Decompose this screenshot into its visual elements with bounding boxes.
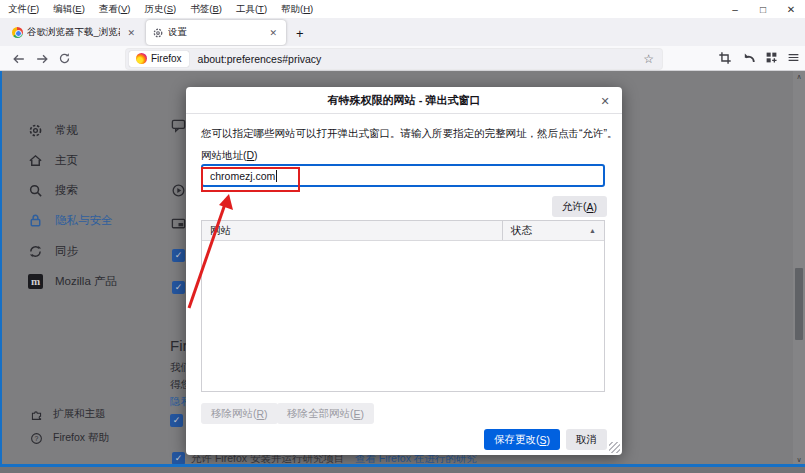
page-scrollbar[interactable]: ∧ ∨ (793, 71, 805, 473)
tab-close-icon[interactable]: ✕ (266, 27, 280, 39)
back-button[interactable] (10, 50, 27, 67)
window-minimize-button[interactable]: – (721, 4, 749, 15)
sidebar-item-privacy-security[interactable]: 隐私与安全 (28, 213, 113, 228)
speech-bubble-icon (171, 118, 186, 133)
mozilla-logo-icon: m (28, 274, 43, 289)
column-header-status[interactable]: 状态 ▲ (502, 221, 604, 240)
screenshot-crop-icon[interactable] (718, 51, 734, 67)
firefox-logo-icon (136, 53, 147, 64)
bookmark-star-icon[interactable]: ☆ (643, 52, 654, 66)
tab-strip: 谷歌浏览器下载_浏览器官网入口 ✕ 设置 ✕ + (0, 18, 805, 46)
puzzle-icon (30, 408, 43, 421)
column-header-site[interactable]: 网站 (202, 221, 502, 240)
gear-icon (28, 123, 43, 138)
new-tab-button[interactable]: + (296, 26, 304, 41)
forward-button[interactable] (33, 50, 50, 67)
scrollbar-up-icon[interactable]: ∧ (793, 73, 805, 81)
tab-chrome-download[interactable]: 谷歌浏览器下载_浏览器官网入口 ✕ (8, 20, 142, 45)
tab-title: 谷歌浏览器下载_浏览器官网入口 (27, 26, 120, 39)
scrollbar-thumb[interactable] (795, 268, 803, 340)
extensions-icon[interactable] (765, 51, 781, 67)
search-icon (28, 183, 43, 198)
sidebar-item-mozilla-products[interactable]: m Mozilla 产品 (28, 274, 117, 289)
address-label: 网站地址(D) (201, 149, 258, 163)
cancel-button[interactable]: 取消 (566, 429, 607, 450)
gear-icon (152, 27, 164, 39)
remove-all-sites-button[interactable]: 移除全部网站(E) (277, 403, 374, 424)
undo-arrow-icon[interactable] (742, 51, 758, 67)
remove-site-button[interactable]: 移除网站(R) (201, 403, 278, 424)
window-edge-strip (0, 467, 805, 473)
svg-text:?: ? (35, 434, 39, 441)
tab-settings[interactable]: 设置 ✕ (146, 20, 286, 45)
menu-bar: 文件(F) 编辑(E) 查看(V) 历史(S) 书签(B) 工具(T) 帮助(H… (0, 0, 805, 18)
sidebar-item-general[interactable]: 常规 (28, 123, 78, 138)
popup-permissions-dialog: 有特殊权限的网站 - 弹出式窗口 ✕ 您可以指定哪些网站可以打开弹出式窗口。请输… (186, 87, 622, 455)
scrollbar-down-icon[interactable]: ∨ (793, 456, 805, 464)
sidebar-item-firefox-help[interactable]: ? Firefox 帮助 (30, 431, 109, 445)
url-bar[interactable]: Firefox about:preferences#privacy ☆ (126, 49, 662, 69)
dialog-resize-grip[interactable] (609, 442, 620, 453)
sidebar-item-search[interactable]: 搜索 (28, 183, 78, 198)
table-header-row: 网站 状态 ▲ (202, 221, 604, 241)
menu-tools[interactable]: 工具(T) (236, 3, 267, 16)
sort-ascending-icon[interactable]: ▲ (589, 227, 596, 234)
menu-edit[interactable]: 编辑(E) (53, 3, 85, 16)
window-close-button[interactable]: ✕ (777, 4, 805, 15)
dialog-title-bar: 有特殊权限的网站 - 弹出式窗口 ✕ (186, 87, 622, 114)
menu-help[interactable]: 帮助(H) (281, 3, 313, 16)
identity-chip[interactable]: Firefox (129, 51, 189, 67)
dialog-close-icon[interactable]: ✕ (597, 93, 613, 109)
firefox-window: 文件(F) 编辑(E) 查看(V) 历史(S) 书签(B) 工具(T) 帮助(H… (0, 0, 805, 473)
sidebar-item-extensions-themes[interactable]: 扩展和主题 (30, 407, 106, 421)
dialog-title: 有特殊权限的网站 - 弹出式窗口 (328, 93, 481, 108)
reload-button[interactable] (56, 50, 73, 67)
sidebar-item-sync[interactable]: 同步 (28, 244, 78, 259)
navigation-toolbar: Firefox about:preferences#privacy ☆ (0, 46, 805, 71)
menu-bookmarks[interactable]: 书签(B) (190, 3, 222, 16)
hamburger-menu-icon[interactable] (787, 51, 803, 67)
tab-title: 设置 (168, 26, 262, 39)
menu-view[interactable]: 查看(V) (99, 3, 131, 16)
lock-icon (28, 213, 43, 228)
sidebar-item-home[interactable]: 主页 (28, 153, 78, 168)
checkbox-checked[interactable]: ✓ (170, 414, 183, 427)
clipped-section-heading: Fir (170, 337, 188, 354)
window-maximize-button[interactable]: □ (749, 4, 777, 15)
permissions-table: 网站 状态 ▲ (201, 220, 605, 392)
dialog-description: 您可以指定哪些网站可以打开弹出式窗口。请输入所要指定的完整网址，然后点击“允许”… (201, 127, 611, 141)
home-icon (28, 153, 43, 168)
annotation-arrow (175, 188, 245, 318)
menu-file[interactable]: 文件(F) (8, 3, 39, 16)
save-changes-button[interactable]: 保存更改(S) (484, 429, 560, 450)
url-text: about:preferences#privacy (198, 53, 644, 65)
chrome-favicon-icon (12, 27, 23, 38)
menu-history[interactable]: 历史(S) (145, 3, 177, 16)
allow-button[interactable]: 允许(A) (552, 196, 607, 217)
tab-close-icon[interactable]: ✕ (124, 27, 138, 39)
sync-icon (28, 244, 43, 259)
question-icon: ? (30, 432, 43, 445)
window-border-left (0, 71, 2, 467)
